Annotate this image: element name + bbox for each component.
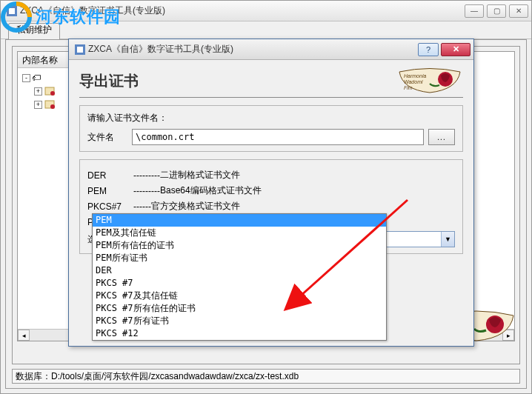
cert-icon	[44, 86, 56, 96]
dropdown-option[interactable]: DER	[93, 264, 386, 277]
format-desc: 二进制格式证书文件	[160, 169, 240, 181]
main-tabs-bar: 私钥维护	[1, 21, 531, 39]
svg-point-4	[50, 91, 55, 96]
svg-text:Harmonia: Harmonia	[404, 73, 426, 79]
minimize-button[interactable]: —	[465, 4, 484, 18]
dialog-title-text: ZXCA《自信》数字证书工具(专业版)	[88, 43, 418, 56]
svg-text:Wadomi: Wadomi	[404, 79, 423, 84]
divider	[79, 97, 463, 98]
format-dash: ------	[133, 201, 151, 212]
dialog-close-button[interactable]: ✕	[441, 43, 471, 56]
dropdown-option[interactable]: PKCS #7所有证书	[93, 315, 386, 327]
browse-button[interactable]: ...	[428, 129, 455, 145]
format-description-row: PEM --------- Base64编码格式证书文件	[87, 184, 455, 197]
main-titlebar: ZXCA《自信》数字证书工具(专业版) — ▢ ✕	[1, 1, 531, 21]
format-dash: ---------	[133, 186, 160, 196]
rose-badge-icon: Harmonia Wadomi Fim	[396, 67, 463, 94]
dropdown-option[interactable]: PKCS #7	[93, 277, 386, 290]
filename-label: 文件名	[87, 131, 127, 144]
chevron-down-icon: ▼	[441, 232, 454, 247]
svg-text:Fim: Fim	[404, 85, 413, 90]
format-name: DER	[87, 170, 133, 181]
main-title-text: ZXCA《自信》数字证书工具(专业版)	[20, 4, 465, 17]
app-icon	[7, 6, 17, 16]
format-dropdown-list[interactable]: PEMPEM及其信任链PEM所有信任的证书PEM所有证书DERPKCS #7PK…	[92, 213, 387, 341]
dropdown-option[interactable]: PKCS #7所有信任的证书	[93, 302, 386, 315]
scroll-left-arrow[interactable]: ◂	[18, 330, 30, 341]
dropdown-option[interactable]: PEM及其信任链	[93, 227, 386, 239]
filename-input[interactable]	[132, 129, 424, 145]
expander-plus-icon[interactable]: +	[34, 101, 42, 109]
help-button[interactable]: ?	[418, 43, 439, 56]
filename-prompt: 请输入证书文件名：	[87, 112, 455, 124]
tree-root-label: 🏷	[32, 73, 41, 83]
expander-minus-icon[interactable]: -	[22, 74, 30, 82]
maximize-button[interactable]: ▢	[487, 4, 506, 18]
format-name: PKCS#7	[87, 201, 133, 212]
close-button[interactable]: ✕	[509, 4, 528, 18]
dropdown-option[interactable]: PKCS #7及其信任链	[93, 290, 386, 302]
format-description-row: DER --------- 二进制格式证书文件	[87, 169, 455, 181]
format-desc: Base64编码格式证书文件	[160, 184, 262, 197]
expander-plus-icon[interactable]: +	[34, 87, 42, 96]
format-dash: ---------	[133, 170, 160, 181]
dropdown-option[interactable]: PEM	[93, 214, 386, 227]
dialog-heading: 导出证书	[79, 71, 139, 91]
cert-icon	[44, 99, 56, 110]
tab-private-key[interactable]: 私钥维护	[8, 23, 60, 39]
dropdown-option[interactable]: PEM所有信任的证书	[93, 239, 386, 252]
format-desc: 官方交换格式证书文件	[151, 200, 240, 213]
status-bar: 数据库：D:/tools/桌面/河东软件园/zxcasandwadawdaw/z…	[12, 369, 520, 384]
dialog-titlebar: ZXCA《自信》数字证书工具(专业版) ? ✕	[69, 39, 473, 60]
filename-group: 请输入证书文件名： 文件名 ...	[79, 105, 463, 152]
format-description-row: PKCS#7 ------ 官方交换格式证书文件	[87, 200, 455, 213]
dropdown-option[interactable]: PEM所有证书	[93, 252, 386, 264]
svg-rect-2	[9, 8, 15, 14]
svg-rect-11	[77, 47, 83, 53]
app-icon	[75, 44, 85, 55]
svg-point-6	[50, 104, 55, 109]
dropdown-option[interactable]: PKCS #12	[93, 327, 386, 340]
format-name: PEM	[87, 186, 133, 196]
